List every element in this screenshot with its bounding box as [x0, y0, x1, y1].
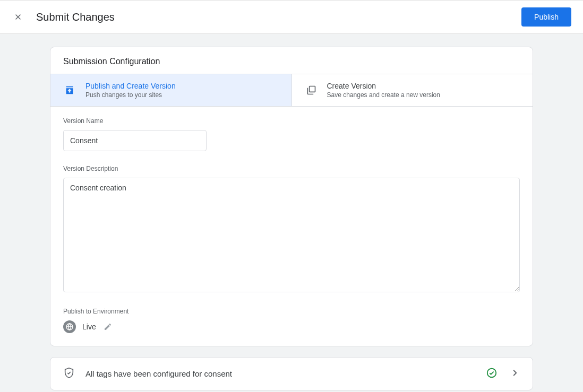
close-button[interactable] [12, 11, 24, 23]
publish-button[interactable]: Publish [521, 7, 571, 27]
version-description-label: Version Description [63, 165, 520, 172]
globe-icon [63, 320, 76, 333]
consent-status-text: All tags have been configured for consen… [85, 369, 473, 378]
option-publish-subtitle: Push changes to your sites [85, 91, 176, 99]
version-description-input[interactable] [63, 178, 520, 292]
consent-status-card[interactable]: All tags have been configured for consen… [50, 357, 533, 390]
option-publish-and-create[interactable]: Publish and Create Version Push changes … [50, 74, 292, 106]
option-create-title: Create Version [327, 82, 440, 90]
upload-icon [63, 84, 76, 97]
version-name-input[interactable] [63, 130, 207, 151]
configuration-title: Submission Configuration [50, 47, 533, 74]
version-name-group: Version Name [63, 117, 520, 151]
shield-icon [63, 367, 75, 380]
top-bar: Submit Changes Publish [0, 0, 583, 34]
check-circle-icon [486, 367, 498, 380]
version-name-label: Version Name [63, 117, 520, 125]
close-icon [14, 13, 22, 21]
configuration-options: Publish and Create Version Push changes … [50, 74, 533, 107]
environment-row: Live [63, 320, 520, 333]
option-create-version[interactable]: Create Version Save changes and create a… [292, 74, 533, 106]
environment-group: Publish to Environment Live [63, 308, 520, 333]
pencil-icon [104, 323, 112, 331]
submission-configuration-card: Submission Configuration Publish and Cre… [50, 47, 533, 346]
chevron-right-icon [510, 368, 520, 379]
environment-label: Publish to Environment [63, 308, 520, 315]
form-body: Version Name Version Description Publish… [50, 107, 533, 346]
version-description-group: Version Description [63, 165, 520, 294]
environment-value: Live [82, 323, 96, 331]
copy-icon [305, 84, 318, 97]
option-create-subtitle: Save changes and create a new version [327, 91, 440, 99]
svg-point-2 [487, 369, 496, 378]
edit-environment-button[interactable] [102, 321, 113, 332]
page-title: Submit Changes [36, 11, 115, 23]
option-publish-title: Publish and Create Version [85, 82, 176, 90]
content-surface: Submission Configuration Publish and Cre… [0, 34, 583, 392]
svg-rect-0 [309, 86, 315, 92]
